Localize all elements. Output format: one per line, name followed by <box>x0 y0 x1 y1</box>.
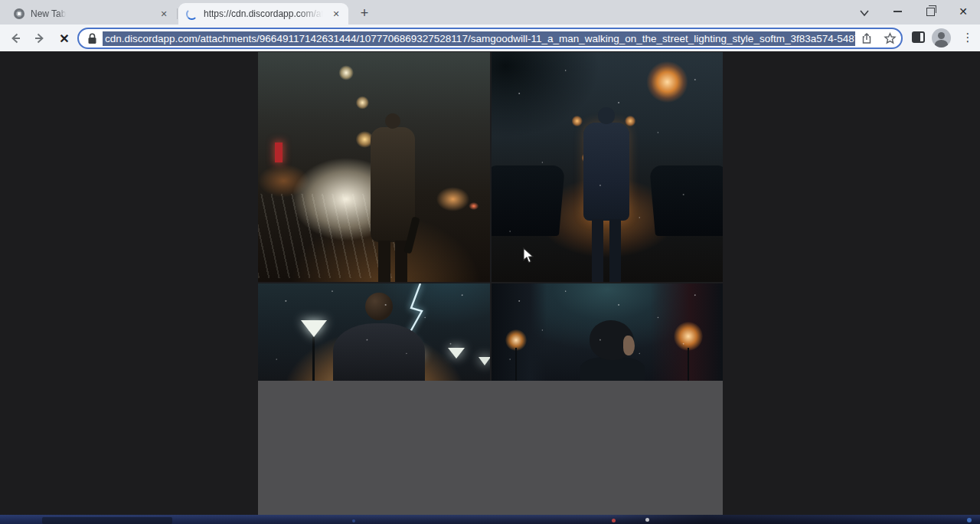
status-bubble-remnant <box>42 517 172 524</box>
taskbar-edge[interactable] <box>0 515 980 524</box>
tab-close-icon[interactable]: ✕ <box>330 8 342 20</box>
taskbar-icon-dot <box>645 518 649 522</box>
tab-title: https://cdn.discordapp.com/atta <box>204 8 323 19</box>
restore-button[interactable] <box>917 0 943 23</box>
taskbar-icon-dot <box>612 519 616 522</box>
tab-new-tab[interactable]: New Tab ✕ <box>6 3 176 25</box>
url-text-container[interactable]: cdn.discordapp.com/attachments/966491171… <box>103 31 855 46</box>
snow-particles <box>492 52 723 282</box>
grid-image-bottom-right <box>492 283 723 381</box>
snow-particles <box>492 283 723 381</box>
titlebar: New Tab ✕ https://cdn.discordapp.com/att… <box>0 0 980 25</box>
tab-search-chevron-icon[interactable] <box>857 7 872 19</box>
url-bar[interactable]: cdn.discordapp.com/attachments/966491171… <box>77 28 903 49</box>
grid-image-bottom-left <box>258 283 490 381</box>
taskbar-icon-dot <box>352 519 355 522</box>
walking-man-silhouette <box>371 127 415 242</box>
minimize-button[interactable] <box>884 0 910 23</box>
share-icon[interactable] <box>855 32 878 45</box>
side-panel-icon[interactable] <box>912 31 925 43</box>
close-window-button[interactable]: ✕ <box>950 0 976 23</box>
url-selected-text[interactable]: cdn.discordapp.com/attachments/966491171… <box>103 31 855 46</box>
generated-image-grid[interactable] <box>258 52 723 515</box>
tab-close-icon[interactable]: ✕ <box>158 8 170 20</box>
tab-title: New Tab <box>31 8 66 19</box>
snow-particles <box>258 283 490 381</box>
bookmark-star-icon[interactable] <box>878 32 901 45</box>
profile-avatar[interactable] <box>932 28 951 47</box>
restore-icon <box>926 8 935 16</box>
red-shop-sign <box>275 142 283 162</box>
tab-discord-cdn[interactable]: https://cdn.discordapp.com/atta ✕ <box>178 3 348 25</box>
page-content <box>0 51 980 515</box>
forward-button[interactable] <box>29 28 51 49</box>
new-tab-button[interactable]: + <box>355 5 374 23</box>
taskbar-icon-dot <box>967 518 972 522</box>
chrome-logo-icon <box>14 8 24 19</box>
grid-image-top-right <box>492 52 723 282</box>
back-button[interactable] <box>5 28 26 49</box>
lock-icon[interactable] <box>87 33 97 44</box>
stop-loading-button[interactable]: ✕ <box>54 28 75 49</box>
menu-kebab-icon[interactable]: ⋮ <box>959 28 977 47</box>
minimize-icon <box>893 11 902 12</box>
image-loading-placeholder <box>258 381 723 515</box>
loading-spinner-icon <box>186 8 198 20</box>
grid-image-top-left <box>258 52 490 282</box>
toolbar: ✕ cdn.discordapp.com/attachments/9664911… <box>0 25 980 51</box>
